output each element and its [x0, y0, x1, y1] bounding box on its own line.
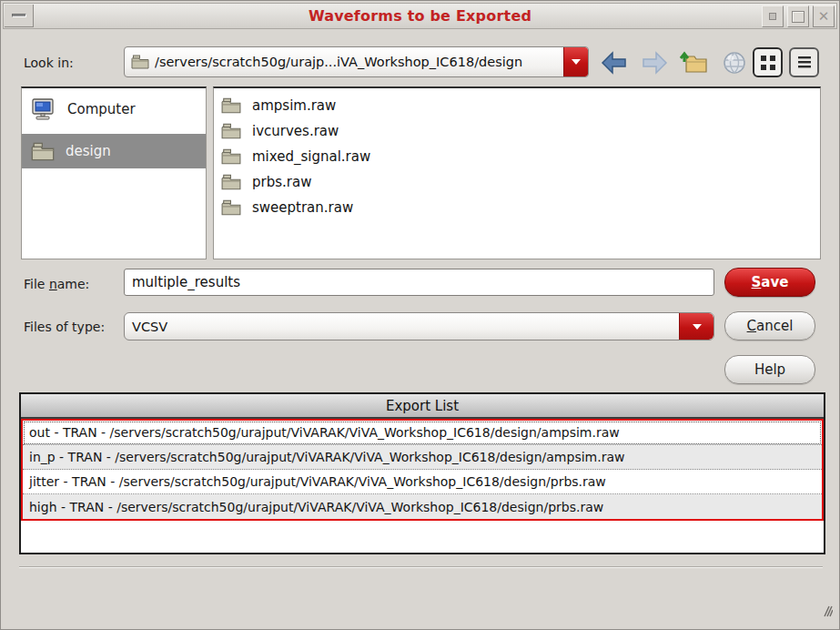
close-button[interactable]: ✕	[813, 5, 835, 27]
title-bar[interactable]: Waveforms to be Exported ✕	[3, 3, 837, 29]
export-row[interactable]: jitter - TRAN - /servers/scratch50g/uraj…	[23, 470, 822, 494]
folder-icon	[221, 199, 241, 216]
help-button[interactable]: Help	[724, 355, 815, 384]
look-in-label: Look in:	[24, 56, 74, 70]
export-row[interactable]: in_p - TRAN - /servers/scratch50g/urajpu…	[23, 445, 822, 470]
export-row[interactable]: high - TRAN - /servers/scratch50g/urajpu…	[23, 494, 822, 519]
file-item-label: ampsim.raw	[252, 97, 336, 114]
forward-button[interactable]	[638, 47, 671, 77]
file-item-label: ivcurves.raw	[252, 123, 339, 139]
detail-view-button[interactable]	[789, 47, 819, 77]
file-item-label: prbs.raw	[252, 174, 311, 190]
icon-view-icon	[760, 55, 776, 71]
chevron-down-icon	[572, 59, 581, 65]
file-item-label: mixed_signal.raw	[252, 148, 370, 165]
folder-icon	[221, 97, 241, 114]
close-icon: ✕	[818, 10, 830, 24]
export-list-header: Export List	[21, 394, 824, 419]
folder-icon	[31, 142, 55, 161]
folder-icon	[221, 174, 241, 190]
file-name-label: File name:	[24, 277, 89, 291]
file-item-prbs[interactable]: prbs.raw	[214, 169, 820, 195]
files-of-type-label: Files of type:	[24, 320, 105, 334]
detail-view-icon	[796, 55, 813, 71]
save-button[interactable]: Save	[724, 268, 815, 297]
parent-directory-icon	[679, 51, 708, 75]
file-item-sweeptran[interactable]: sweeptran.raw	[214, 195, 820, 220]
minimize-icon	[769, 13, 776, 20]
maximize-icon	[792, 11, 805, 23]
places-sidebar: Computer design	[21, 86, 207, 259]
folder-icon	[131, 55, 149, 69]
files-of-type-combobox[interactable]: VCSV	[124, 312, 714, 340]
maximize-button[interactable]	[787, 5, 809, 27]
file-item-ivcurves[interactable]: ivcurves.raw	[214, 118, 820, 144]
globe-icon	[723, 51, 746, 75]
folder-icon	[221, 148, 241, 165]
bottom-divider	[19, 566, 823, 568]
sidebar-item-computer[interactable]: Computer	[22, 92, 206, 127]
computer-icon	[31, 98, 56, 120]
export-row[interactable]: out - TRAN - /servers/scratch50g/urajput…	[23, 421, 822, 445]
sidebar-item-design[interactable]: design	[22, 134, 206, 168]
file-item-label: sweeptran.raw	[252, 199, 353, 216]
window-title: Waveforms to be Exported	[4, 4, 836, 28]
export-dialog-window: Waveforms to be Exported ✕ Look in: /ser…	[0, 0, 840, 630]
chevron-down-icon	[693, 324, 702, 330]
cancel-button[interactable]: Cancel	[724, 311, 815, 340]
files-of-type-dropdown-arrow[interactable]	[679, 313, 713, 340]
new-folder-button[interactable]	[718, 47, 751, 77]
icon-view-button[interactable]	[753, 47, 783, 77]
export-list-selection: out - TRAN - /servers/scratch50g/urajput…	[21, 419, 824, 521]
file-list-panel: ampsim.raw ivcurves.raw mixed_signal.raw…	[213, 86, 821, 259]
file-name-input[interactable]	[124, 269, 714, 296]
files-of-type-value: VCSV	[125, 320, 679, 334]
file-item-mixed-signal[interactable]: mixed_signal.raw	[214, 144, 820, 169]
resize-grip-icon	[816, 603, 833, 617]
forward-arrow-icon	[641, 51, 668, 75]
sidebar-item-label: design	[66, 143, 111, 159]
parent-directory-button[interactable]	[677, 47, 710, 77]
folder-icon	[221, 123, 241, 139]
minimize-button[interactable]	[762, 5, 784, 27]
back-button[interactable]	[598, 47, 631, 77]
current-path: /servers/scratch50g/urajp...iVA_Workshop…	[155, 55, 563, 69]
export-list-table: Export List out - TRAN - /servers/scratc…	[19, 392, 825, 554]
sidebar-item-label: Computer	[67, 101, 136, 117]
back-arrow-icon	[601, 51, 628, 75]
look-in-combobox[interactable]: /servers/scratch50g/urajp...iVA_Workshop…	[124, 46, 589, 77]
look-in-dropdown-arrow[interactable]	[563, 47, 588, 76]
file-item-ampsim[interactable]: ampsim.raw	[214, 93, 820, 118]
resize-grip[interactable]	[816, 603, 833, 617]
